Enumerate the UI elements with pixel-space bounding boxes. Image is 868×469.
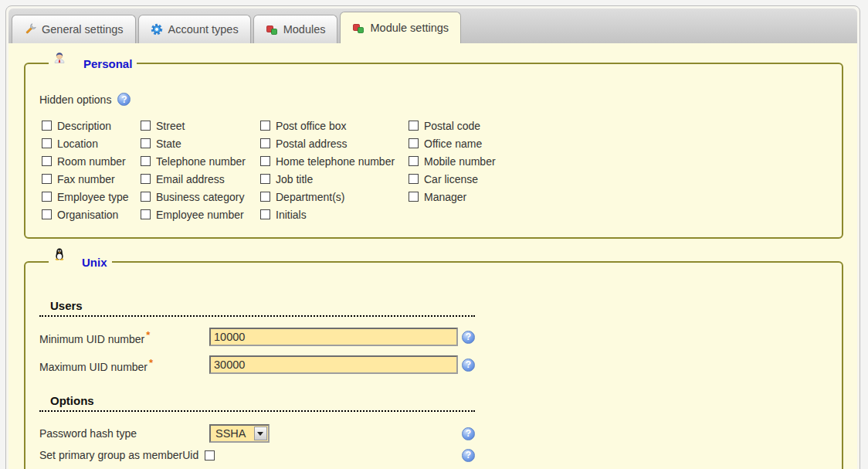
tab-label: General settings <box>42 23 124 36</box>
member-uid-label: Set primary group as memberUid <box>39 449 198 461</box>
checkbox[interactable] <box>409 174 419 184</box>
checkbox-row: Postal address <box>260 134 409 152</box>
min-uid-label: Minimum UID number* <box>39 329 209 345</box>
checkbox-row: Email address <box>141 170 260 188</box>
checkbox-label: Street <box>156 120 185 132</box>
checkbox[interactable] <box>141 121 151 131</box>
checkbox-row: Employee type <box>42 188 141 206</box>
users-subheading: Users <box>39 299 475 317</box>
checkbox[interactable] <box>260 156 270 166</box>
help-icon[interactable]: ? <box>462 331 475 344</box>
hidden-options-grid: Description Location Room number Fax num… <box>42 117 834 223</box>
personal-section-header: Personal <box>49 51 137 76</box>
help-icon[interactable]: ? <box>462 449 475 462</box>
checkbox-label: Postal address <box>276 138 348 150</box>
checkbox-row: Location <box>42 134 141 152</box>
selected-option: SSHA <box>211 427 254 440</box>
checkbox-row: Description <box>42 117 141 134</box>
tab-modules[interactable]: Modules <box>253 15 338 43</box>
checkbox-label: State <box>156 138 181 150</box>
checkbox[interactable] <box>141 156 151 166</box>
checkbox[interactable] <box>260 209 270 219</box>
checkbox-row: Office name <box>409 134 496 152</box>
checkbox[interactable] <box>141 192 151 202</box>
min-uid-row: Minimum UID number* ? <box>39 326 475 348</box>
checkbox[interactable] <box>42 121 52 131</box>
checkbox-row: Telephone number <box>141 152 260 170</box>
checkbox-row: Initials <box>260 206 409 223</box>
checkbox-label: Email address <box>156 173 225 185</box>
checkbox-label: Room number <box>57 155 126 168</box>
password-hash-select[interactable]: SSHA <box>209 424 270 443</box>
tab-label: Modules <box>283 23 326 36</box>
options-subheading: Options <box>39 394 475 412</box>
member-uid-checkbox[interactable] <box>205 450 215 461</box>
checkbox[interactable] <box>260 192 270 202</box>
section-title: Personal <box>83 57 132 70</box>
checkbox-label: Department(s) <box>276 191 344 203</box>
max-uid-input[interactable] <box>209 355 458 374</box>
checkbox-row: Post office box <box>260 117 409 134</box>
checkbox-row: Street <box>141 117 260 134</box>
module-settings-page: Personal Hidden options ? Description Lo… <box>8 43 857 469</box>
checkbox-label: Description <box>57 120 111 132</box>
checkbox-label: Car license <box>424 173 478 185</box>
required-marker: * <box>146 329 150 341</box>
checkbox[interactable] <box>260 121 270 131</box>
personal-section: Personal Hidden options ? Description Lo… <box>24 51 843 239</box>
checkbox[interactable] <box>141 138 151 148</box>
checkbox[interactable] <box>42 156 52 166</box>
checkbox-row: Postal code <box>409 117 496 134</box>
checkbox[interactable] <box>260 138 270 148</box>
section-title: Unix <box>82 256 107 269</box>
dropdown-button[interactable] <box>254 427 267 440</box>
max-uid-label: Maximum UID number* <box>39 357 209 373</box>
checkbox[interactable] <box>260 174 270 184</box>
checkbox-row: Manager <box>409 188 496 206</box>
person-icon <box>53 51 76 76</box>
unix-section: Unix Users Minimum UID number* ? Maximum… <box>24 248 843 469</box>
checkbox-row: Room number <box>42 152 141 170</box>
checkbox-row: Fax number <box>42 170 141 188</box>
checkbox[interactable] <box>409 121 419 131</box>
checkbox[interactable] <box>409 156 419 166</box>
help-icon[interactable]: ? <box>117 93 131 106</box>
checkbox-row: State <box>141 134 260 152</box>
checkbox[interactable] <box>409 138 419 148</box>
help-icon[interactable]: ? <box>462 359 475 372</box>
required-marker: * <box>149 357 153 369</box>
checkbox-row: Employee number <box>141 206 260 223</box>
min-uid-input[interactable] <box>209 328 458 346</box>
wrench-icon <box>24 23 36 36</box>
checkbox-label: Mobile number <box>424 155 496 168</box>
checkbox-row: Home telephone number <box>260 152 409 170</box>
checkbox-label: Employee number <box>156 209 244 221</box>
tab-bar: General settings Account types Modules <box>8 8 857 43</box>
checkbox[interactable] <box>42 209 52 219</box>
checkbox[interactable] <box>42 174 52 184</box>
checkbox-row: Job title <box>260 170 409 188</box>
checkbox[interactable] <box>42 138 52 148</box>
checkbox-label: Telephone number <box>156 155 246 168</box>
checkbox-row: Mobile number <box>409 152 496 170</box>
checkbox-label: Organisation <box>57 209 118 221</box>
tab-module-settings[interactable]: Module settings <box>340 12 461 43</box>
tab-account-types[interactable]: Account types <box>138 15 251 43</box>
chevron-down-icon <box>257 432 263 436</box>
member-uid-row: Set primary group as memberUid ? <box>39 446 475 464</box>
help-icon[interactable]: ? <box>462 427 475 440</box>
checkbox-label: Job title <box>276 173 313 185</box>
checkbox-label: Initials <box>276 209 307 221</box>
checkbox-label: Manager <box>424 191 466 203</box>
checkbox-row: Business category <box>141 188 260 206</box>
tab-label: Account types <box>168 23 239 36</box>
hidden-options-label: Hidden options <box>39 93 111 106</box>
checkbox[interactable] <box>409 192 419 202</box>
checkbox[interactable] <box>141 174 151 184</box>
checkbox[interactable] <box>141 209 151 219</box>
checkbox-label: Fax number <box>57 173 115 185</box>
tab-general-settings[interactable]: General settings <box>12 15 136 43</box>
checkbox-label: Home telephone number <box>276 155 395 168</box>
checkbox[interactable] <box>42 192 52 202</box>
checkbox-label: Employee type <box>57 191 129 203</box>
